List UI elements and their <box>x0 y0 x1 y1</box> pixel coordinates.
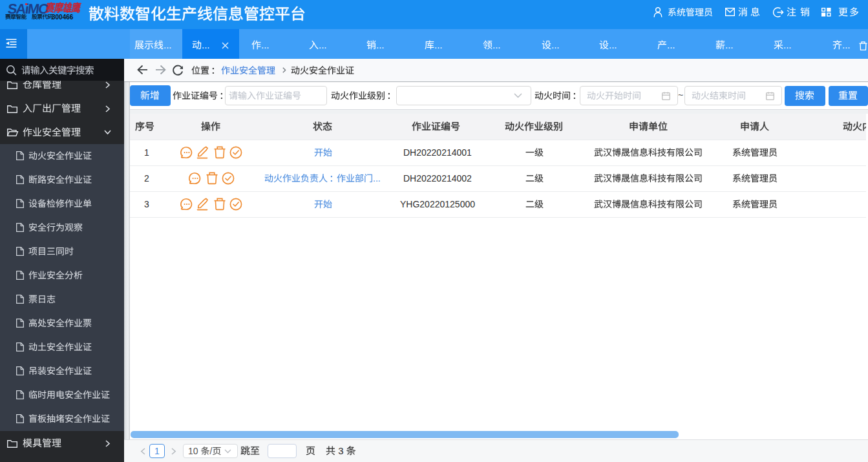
svg-text:...: ... <box>492 39 501 50</box>
svg-text:3: 3 <box>144 199 149 209</box>
svg-text:YHG20220125000: YHG20220125000 <box>400 199 475 209</box>
svg-text:300466: 300466 <box>52 14 74 21</box>
svg-text:...: ... <box>609 39 617 50</box>
svg-text:/: / <box>210 446 213 456</box>
svg-text:1: 1 <box>144 147 149 158</box>
svg-text:...: ... <box>551 39 560 50</box>
svg-text:...: ... <box>667 39 675 50</box>
svg-text:3: 3 <box>338 445 343 456</box>
svg-text:DH20220214001: DH20220214001 <box>403 147 472 158</box>
svg-text:...: ... <box>373 173 381 184</box>
svg-text:...: ... <box>261 39 270 50</box>
svg-text:10: 10 <box>188 446 198 456</box>
svg-text:...: ... <box>164 39 172 50</box>
svg-text:DH20220214002: DH20220214002 <box>403 173 472 184</box>
svg-text:...: ... <box>783 39 792 50</box>
svg-text:...: ... <box>202 39 210 50</box>
svg-text:...: ... <box>376 39 385 50</box>
svg-text:...: ... <box>434 39 443 50</box>
svg-text:...: ... <box>725 39 734 50</box>
svg-text:...: ... <box>319 39 327 50</box>
svg-text:~: ~ <box>678 90 683 100</box>
svg-text:2: 2 <box>144 173 149 184</box>
svg-text:...: ... <box>842 39 851 50</box>
svg-text:1: 1 <box>154 446 160 456</box>
